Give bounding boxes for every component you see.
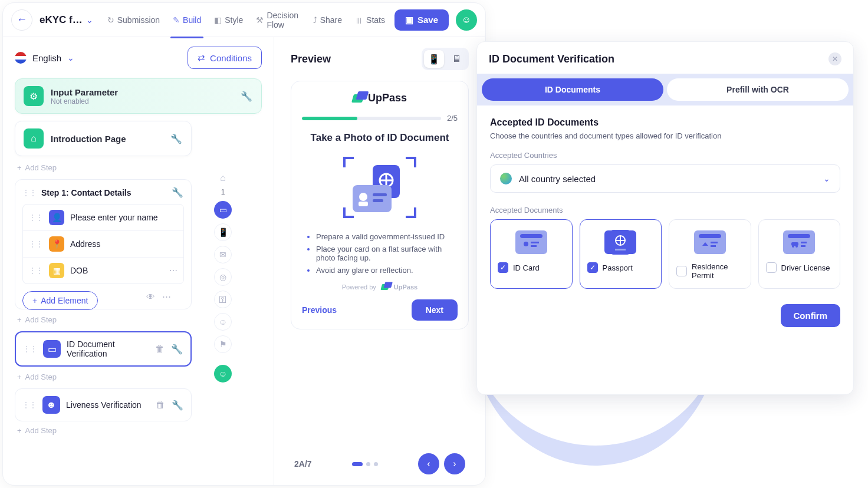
tab-decision-flow[interactable]: ⚒Decision Flow — [250, 7, 305, 33]
confirm-button[interactable]: Confirm — [781, 304, 841, 327]
drag-handle-icon[interactable]: ⋮⋮ — [29, 213, 43, 222]
seg-prefill-ocr[interactable]: Prefill with OCR — [667, 78, 849, 101]
device-desktop-button[interactable]: 🖥 — [446, 50, 466, 68]
wrench-icon[interactable]: 🔧 — [170, 344, 183, 355]
brand-logo-icon — [380, 284, 389, 290]
svg-rect-1 — [343, 157, 346, 167]
rail-dot-card[interactable]: ▭ — [214, 201, 232, 219]
checkbox[interactable] — [766, 262, 777, 273]
confirm-row: Confirm — [477, 301, 853, 338]
previous-button[interactable]: Previous — [302, 305, 337, 315]
field-name[interactable]: ⋮⋮ 👤 Please enter your name — [23, 205, 183, 230]
countries-value: All country selected — [519, 174, 816, 184]
tab-share[interactable]: ⤴Share — [307, 12, 348, 28]
save-button[interactable]: ▣ Save — [394, 9, 449, 31]
project-selector[interactable]: eKYC f… ⌄ — [40, 14, 93, 26]
rail-dot-user[interactable]: ☺ — [214, 313, 232, 331]
checkbox[interactable]: ✓ — [498, 262, 508, 273]
doc-label: Residence Permit — [692, 262, 744, 280]
introduction-page-card[interactable]: ⌂ Introduction Page 🔧 — [15, 121, 192, 156]
add-step-label: Add Step — [25, 372, 57, 381]
card-subtitle: Not enabled — [51, 97, 118, 105]
rail-dot-location[interactable]: ◎ — [214, 268, 232, 286]
progress-text: 2/5 — [447, 114, 458, 123]
next-button[interactable]: Next — [412, 299, 458, 321]
tab-submission[interactable]: ↻Submission — [101, 12, 166, 28]
wrench-icon[interactable]: 🔧 — [170, 133, 183, 144]
card-text: Input Parameter Not enabled — [51, 87, 118, 105]
home-icon[interactable]: ⌂ — [220, 173, 226, 183]
style-icon: ◧ — [214, 15, 222, 25]
phone-nav: Previous Next — [302, 299, 458, 321]
brand-name: UpPass — [394, 283, 417, 291]
pager-prev-button[interactable]: ‹ — [418, 453, 439, 474]
wrench-icon[interactable]: 🔧 — [171, 187, 184, 198]
pager-next-button[interactable]: › — [444, 453, 465, 474]
doc-passport[interactable]: ✓ Passport — [580, 219, 662, 289]
countries-select[interactable]: All country selected ⌄ — [490, 164, 840, 193]
instruction-bullets: Prepare a valid government-issued ID Pla… — [305, 232, 454, 275]
doc-residence-permit[interactable]: Residence Permit — [669, 219, 751, 289]
add-step-button[interactable]: +Add Step — [17, 426, 259, 435]
mobile-icon: 📱 — [428, 54, 440, 65]
wrench-icon[interactable]: 🔧 — [240, 91, 253, 102]
field-dob[interactable]: ⋮⋮ ▦ DOB ⋯ — [23, 257, 183, 283]
tab-label: Decision Flow — [267, 11, 300, 29]
trash-icon[interactable]: 🗑 — [156, 400, 165, 410]
svg-rect-3 — [414, 157, 416, 167]
add-step-button[interactable]: +Add Step — [17, 163, 259, 172]
brand-name: UpPass — [368, 92, 407, 104]
drag-handle-icon[interactable]: ⋮⋮ — [22, 401, 37, 409]
device-mobile-button[interactable]: 📱 — [424, 50, 444, 68]
step-contact-details[interactable]: ⋮⋮ Step 1: Contact Details 🔧 ⋮⋮ 👤 Please… — [15, 179, 192, 309]
countries-label: Accepted Countries — [490, 151, 840, 160]
field-address[interactable]: ⋮⋮ 📍 Address — [23, 230, 183, 257]
section-subtitle: Choose the countries and document types … — [490, 131, 840, 140]
field-label: Please enter your name — [70, 213, 158, 222]
doc-driver-license[interactable]: Driver License — [758, 219, 841, 289]
trash-icon[interactable]: 🗑 — [155, 344, 165, 354]
share-icon: ⤴ — [313, 15, 317, 25]
svg-point-35 — [795, 245, 798, 248]
add-element-button[interactable]: + Add Element — [22, 291, 98, 310]
id-verification-panel: ID Document Verification ✕ ID Documents … — [476, 41, 854, 395]
back-button[interactable]: ← — [11, 9, 32, 31]
avatar-button[interactable]: ☺ — [456, 9, 477, 31]
builder-pane: English ⌄ ⇄ Conditions ⚙ Input Parameter… — [3, 37, 274, 485]
step-id-document-verification[interactable]: ⋮⋮ ▭ ID Document Verification 🗑 🔧 — [15, 331, 192, 367]
add-step-label: Add Step — [25, 426, 57, 435]
add-step-label: Add Step — [25, 315, 57, 324]
input-parameter-card[interactable]: ⚙ Input Parameter Not enabled 🔧 — [15, 78, 262, 114]
drag-handle-icon[interactable]: ⋮⋮ — [29, 240, 43, 248]
tab-build[interactable]: ✎Build — [167, 12, 207, 28]
step-liveness-verification[interactable]: ⋮⋮ ☻ Liveness Verification 🗑 🔧 — [15, 388, 192, 421]
seg-id-documents[interactable]: ID Documents — [482, 78, 663, 101]
id-card-icon: ▭ — [43, 340, 61, 358]
svg-rect-26 — [615, 249, 626, 250]
rail-dot-phone[interactable]: 📱 — [214, 223, 232, 241]
rail-dot-end[interactable]: ☺ — [214, 365, 232, 383]
device-toggle: 📱 🖥 — [422, 48, 469, 70]
doc-id-card[interactable]: ✓ ID Card — [490, 219, 573, 289]
svg-rect-7 — [414, 207, 416, 218]
panel-body: Accepted ID Documents Choose the countri… — [477, 105, 853, 301]
wrench-icon[interactable]: 🔧 — [171, 400, 184, 411]
drag-handle-icon[interactable]: ⋮⋮ — [23, 345, 37, 353]
id-illustration — [302, 152, 458, 223]
eye-icon[interactable]: 👁 — [146, 292, 155, 302]
drag-handle-icon[interactable]: ⋮⋮ — [29, 266, 43, 275]
svg-rect-15 — [373, 193, 387, 196]
more-icon[interactable]: ⋯ — [162, 291, 171, 302]
tab-style[interactable]: ◧Style — [208, 12, 249, 28]
tab-stats[interactable]: ⫼Stats — [349, 12, 391, 28]
checkbox[interactable]: ✓ — [587, 262, 598, 273]
language-select[interactable]: English ⌄ — [15, 52, 74, 64]
checkbox[interactable] — [676, 266, 687, 276]
drag-handle-icon[interactable]: ⋮⋮ — [22, 189, 37, 197]
rail-dot-mail[interactable]: ✉ — [214, 246, 232, 263]
rail-dot-bank[interactable]: ⚿ — [214, 291, 232, 308]
rail-dot-flag[interactable]: ⚑ — [214, 335, 232, 353]
conditions-button[interactable]: ⇄ Conditions — [188, 47, 262, 69]
more-icon[interactable]: ⋯ — [169, 266, 177, 275]
close-button[interactable]: ✕ — [828, 52, 841, 65]
